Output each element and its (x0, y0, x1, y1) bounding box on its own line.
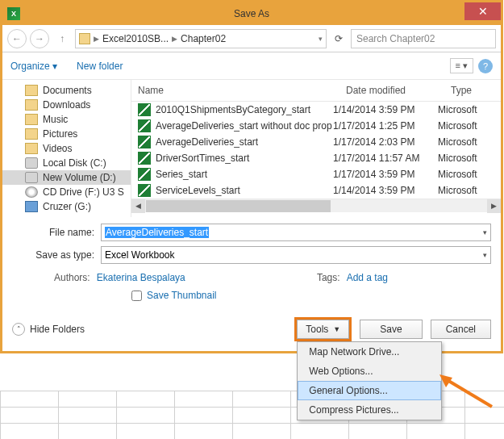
filename-value: AverageDeliveries_start (105, 227, 209, 238)
tree-item[interactable]: CD Drive (F:) U3 S (2, 185, 131, 199)
excel-file-icon (138, 184, 151, 197)
tree-item[interactable]: Downloads (2, 98, 131, 112)
folder-icon (25, 143, 38, 154)
close-button[interactable]: ✕ (464, 2, 501, 20)
file-type: Microsoft (438, 136, 494, 148)
toolbar: Organize ▾ New folder ≡ ▾ ? (2, 52, 501, 80)
tree-item-label: New Volume (D:) (43, 172, 116, 183)
tree-item-label: Pictures (43, 128, 77, 140)
file-type: Microsoft (438, 153, 494, 164)
body-split: DocumentsDownloadsMusicPicturesVideosLoc… (2, 80, 501, 217)
footer: ˄ Hide Folders Tools ▼ Map Network Drive… (2, 309, 501, 351)
tree-item-label: Videos (43, 143, 72, 154)
horizontal-scrollbar[interactable]: ◀ ▶ (131, 199, 501, 212)
tree-item[interactable]: Videos (2, 141, 131, 156)
cd-icon (25, 186, 38, 198)
hide-folders-button[interactable]: ˄ Hide Folders (12, 323, 85, 336)
tree-item-label: Cruzer (G:) (43, 201, 91, 212)
column-name[interactable]: Name (131, 80, 339, 101)
file-row[interactable]: ServiceLevels_start1/14/2014 3:59 PMMicr… (131, 182, 501, 199)
tree-item[interactable]: New Volume (D:) (2, 170, 131, 185)
svg-line-0 (446, 379, 492, 407)
save-thumbnail-label[interactable]: Save Thumbnail (147, 290, 217, 301)
authors-label: Authors: (54, 272, 90, 283)
nav-bar: ← → ↑ ▶ Excel2010SB... ▶ Chapter02 ▾ ⟳ S… (2, 25, 501, 52)
filename-label: File name: (12, 227, 101, 238)
file-date: 1/17/2014 1:25 PM (333, 120, 438, 132)
file-date: 1/14/2014 3:59 PM (333, 104, 438, 115)
tree-item-label: Downloads (43, 99, 90, 111)
tree-item-label: Local Disk (C:) (43, 157, 106, 169)
view-options-button[interactable]: ≡ ▾ (450, 58, 473, 73)
scroll-right-button[interactable]: ▶ (487, 199, 501, 213)
file-row[interactable]: 2010Q1ShipmentsByCategory_start1/14/2014… (131, 102, 501, 118)
menu-map-network-drive[interactable]: Map Network Drive... (298, 342, 441, 362)
file-row[interactable]: DriverSortTimes_start1/17/2014 11:57 AMM… (131, 150, 501, 166)
nav-forward-button[interactable]: → (30, 29, 49, 48)
file-name: AverageDeliveries_start without doc prop (156, 120, 333, 132)
folder-icon (25, 114, 38, 125)
menu-compress-pictures[interactable]: Compress Pictures... (298, 400, 441, 420)
folder-icon (25, 99, 38, 111)
folder-tree[interactable]: DocumentsDownloadsMusicPicturesVideosLoc… (2, 80, 131, 217)
refresh-button[interactable]: ⟳ (330, 30, 348, 48)
usb-icon (25, 201, 38, 212)
save-button[interactable]: Save (360, 320, 422, 339)
chevron-down-icon[interactable]: ▾ (483, 251, 487, 259)
tools-button[interactable]: Tools ▼ (297, 320, 349, 339)
tags-value[interactable]: Add a tag (347, 272, 388, 283)
address-bar[interactable]: ▶ Excel2010SB... ▶ Chapter02 ▾ (75, 29, 327, 48)
excel-file-icon (138, 119, 151, 132)
chevron-down-icon: ▼ (333, 325, 340, 333)
chevron-down-icon[interactable]: ▾ (319, 35, 323, 43)
file-date: 1/17/2014 2:03 PM (333, 136, 438, 148)
cancel-button[interactable]: Cancel (431, 320, 491, 339)
menu-general-options[interactable]: General Options... (298, 381, 441, 400)
file-list-header[interactable]: Name Date modified Type (131, 80, 501, 102)
authors-value[interactable]: Ekaterina Bespalaya (97, 272, 185, 283)
form-area: File name: AverageDeliveries_start ▾ Sav… (2, 217, 501, 309)
tree-item[interactable]: Cruzer (G:) (2, 199, 131, 214)
tree-item[interactable]: Music (2, 112, 131, 127)
file-row[interactable]: AverageDeliveries_start1/17/2014 2:03 PM… (131, 134, 501, 150)
breadcrumb-seg[interactable]: Chapter02 (181, 33, 226, 44)
file-date: 1/17/2014 11:57 AM (333, 153, 438, 164)
chevron-down-icon[interactable]: ▾ (483, 228, 487, 236)
column-type[interactable]: Type (444, 80, 501, 101)
tree-item-label: CD Drive (F:) U3 S (43, 186, 124, 198)
scroll-left-button[interactable]: ◀ (131, 199, 145, 213)
file-name: 2010Q1ShipmentsByCategory_start (156, 104, 333, 115)
annotation-arrow (439, 374, 496, 411)
file-list-pane: Name Date modified Type 2010Q1ShipmentsB… (131, 80, 501, 217)
menu-web-options[interactable]: Web Options... (298, 362, 441, 381)
nav-back-button[interactable]: ← (7, 29, 27, 48)
tools-highlight: Tools ▼ Map Network Drive... Web Options… (294, 317, 352, 341)
tools-menu: Map Network Drive... Web Options... Gene… (297, 341, 442, 420)
saveastype-field[interactable]: Excel Workbook ▾ (101, 246, 491, 264)
excel-icon: X (7, 7, 20, 20)
help-button[interactable]: ? (478, 59, 493, 73)
tree-item[interactable]: Documents (2, 83, 131, 98)
organize-menu[interactable]: Organize ▾ (10, 61, 57, 72)
filename-field[interactable]: AverageDeliveries_start ▾ (101, 224, 491, 241)
breadcrumb-seg[interactable]: Excel2010SB... (102, 33, 169, 44)
file-type: Microsoft (438, 120, 494, 132)
excel-file-icon (138, 136, 151, 148)
nav-up-button[interactable]: ↑ (52, 29, 72, 48)
tree-item[interactable]: Pictures (2, 127, 131, 141)
tree-item[interactable]: Local Disk (C:) (2, 156, 131, 170)
search-input[interactable]: Search Chapter02 (351, 29, 496, 48)
file-row[interactable]: AverageDeliveries_start without doc prop… (131, 118, 501, 134)
titlebar: X Save As ✕ (2, 2, 501, 25)
column-date[interactable]: Date modified (339, 80, 444, 101)
search-placeholder: Search Chapter02 (356, 33, 435, 44)
tree-item-label: Music (43, 114, 68, 125)
new-folder-button[interactable]: New folder (77, 61, 123, 72)
tags-label: Tags: (317, 272, 340, 283)
file-list[interactable]: 2010Q1ShipmentsByCategory_start1/14/2014… (131, 102, 501, 199)
saveastype-value: Excel Workbook (105, 249, 174, 261)
file-row[interactable]: Series_start1/17/2014 3:59 PMMicrosoft (131, 166, 501, 182)
excel-file-icon (138, 168, 151, 181)
scroll-thumb[interactable] (146, 200, 331, 212)
save-thumbnail-checkbox[interactable] (131, 291, 142, 301)
